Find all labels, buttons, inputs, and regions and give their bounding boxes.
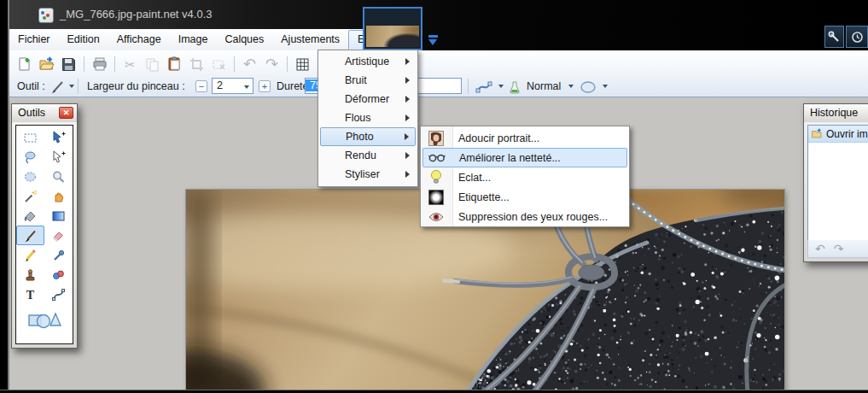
paste-button[interactable]	[165, 55, 184, 74]
menu-item-label: Artistique	[345, 56, 389, 67]
tool-shapes[interactable]	[16, 304, 73, 333]
blend-mode-dropdown-arrow[interactable]	[568, 85, 574, 88]
effects-item-flous[interactable]: Flous	[320, 109, 416, 127]
crop-button[interactable]	[187, 55, 207, 74]
menu-edition[interactable]: Edition	[59, 30, 108, 50]
submenu-arrow-icon	[405, 58, 410, 65]
tool-label: Outil :	[17, 75, 45, 97]
tool-zoom[interactable]	[44, 167, 73, 186]
copy-button[interactable]	[143, 55, 162, 74]
svg-text:T: T	[26, 289, 35, 302]
undo-icon: ↶	[243, 56, 256, 72]
history-footer: ↶ ↷	[807, 240, 868, 258]
tools-palette-titlebar[interactable]: Outils ✕	[12, 104, 77, 122]
history-undo-icon[interactable]: ↶	[815, 243, 825, 255]
separator	[468, 79, 469, 94]
blend-mode-flask-icon	[508, 79, 521, 93]
tool-eraser[interactable]	[44, 226, 73, 245]
tool-pan[interactable]	[44, 186, 73, 206]
effects-item-photo[interactable]: Photo	[320, 127, 416, 146]
cut-button[interactable]: ✂	[120, 55, 140, 74]
submenu-item-adoucir-portrait[interactable]: Adoucir portrait...	[422, 128, 627, 148]
image-tab-thumbnail[interactable]	[363, 7, 422, 50]
menu-image[interactable]: Image	[170, 30, 217, 50]
brush-width-combo[interactable]: 2	[212, 78, 253, 94]
combo-arrow	[244, 85, 249, 89]
toolbar-tool-options-row: Outil : Largeur du pinceau : − 2 + Duret…	[9, 75, 868, 97]
effects-item-artistique[interactable]: Artistique	[320, 52, 416, 71]
window-left-frame	[0, 0, 9, 393]
copy-icon	[145, 57, 160, 72]
menu-calques[interactable]: Calques	[216, 30, 272, 50]
undo-button[interactable]: ↶	[240, 55, 259, 74]
menu-item-label: Photo	[346, 131, 374, 143]
lightbulb-icon	[428, 169, 445, 186]
tools-palette-title: Outils	[18, 107, 45, 119]
tool-gradient[interactable]	[44, 206, 73, 226]
width-increase-button[interactable]: +	[259, 80, 271, 92]
redo-button[interactable]: ↷	[262, 55, 282, 74]
submenu-item-suppression-yeux-rouges[interactable]: Suppression des yeux rouges...	[422, 207, 627, 226]
menu-fichier[interactable]: Fichier	[9, 30, 59, 50]
tool-ellipse-select[interactable]	[16, 167, 44, 186]
menu-ajustements[interactable]: Ajustements	[272, 30, 348, 50]
submenu-arrow-icon	[405, 152, 410, 159]
curve-style-dropdown-arrow[interactable]	[498, 85, 504, 88]
deselect-button[interactable]	[209, 55, 229, 74]
history-palette: Historique Ouvrir im ↶ ↷	[803, 103, 868, 262]
tool-line-curve[interactable]	[44, 284, 73, 304]
save-button[interactable]	[59, 55, 79, 74]
toolbar-separator	[84, 56, 84, 72]
grid-button[interactable]	[293, 55, 312, 74]
tool-move-selection[interactable]	[44, 147, 73, 167]
effects-item-rendu[interactable]: Rendu	[320, 146, 416, 165]
settings-wrench-button[interactable]	[824, 26, 844, 48]
brush-width-label: Largeur du pinceau :	[87, 75, 185, 97]
submenu-arrow-icon	[405, 114, 410, 121]
effects-menu: Artistique Bruit Déformer Flous Photo Re…	[317, 50, 418, 187]
tool-pencil[interactable]	[16, 245, 44, 265]
tool-move-selected-pixels[interactable]	[44, 127, 73, 147]
tool-paintbrush[interactable]	[16, 226, 44, 245]
tool-rectangle-select[interactable]	[16, 127, 44, 147]
print-button[interactable]	[90, 55, 109, 74]
effects-item-deformer[interactable]: Déformer	[320, 90, 416, 109]
antialiasing-button[interactable]	[580, 79, 597, 93]
tool-lasso-select[interactable]	[16, 147, 44, 167]
history-palette-titlebar[interactable]: Historique	[804, 104, 868, 122]
close-icon[interactable]: ✕	[59, 107, 73, 119]
antialiasing-dropdown-arrow[interactable]	[603, 85, 608, 88]
tool-paint-bucket[interactable]	[16, 206, 44, 226]
image-list-chevron-icon[interactable]	[428, 35, 439, 46]
new-file-button[interactable]	[15, 55, 34, 74]
effects-item-bruit[interactable]: Bruit	[320, 71, 416, 90]
current-tool-brush-icon[interactable]	[50, 79, 65, 93]
clock-button[interactable]	[846, 26, 868, 48]
image-thumbnail	[366, 26, 419, 47]
effects-item-styliser[interactable]: Styliser	[320, 165, 416, 184]
open-file-button[interactable]	[37, 55, 56, 74]
menu-item-label: Flous	[345, 112, 371, 124]
tool-clone-stamp[interactable]	[16, 265, 44, 284]
vignette-icon	[428, 189, 445, 206]
width-decrease-button[interactable]: −	[195, 80, 207, 92]
submenu-item-etiquette[interactable]: Etiquette...	[422, 187, 627, 207]
submenu-arrow-icon	[405, 171, 410, 178]
brush-width-value: 2	[213, 79, 223, 91]
curve-style-button[interactable]	[475, 79, 493, 93]
tool-color-picker[interactable]	[44, 245, 73, 265]
history-item-label: Ouvrir im	[826, 128, 868, 140]
menu-affichage[interactable]: Affichage	[108, 30, 170, 50]
submenu-item-ameliorer-la-nettete[interactable]: Améliorer la netteté...	[422, 148, 627, 167]
tool-magic-wand[interactable]	[16, 186, 44, 206]
tool-text[interactable]: T	[16, 284, 44, 304]
tool-dropdown-arrow[interactable]	[69, 85, 74, 88]
crop-icon	[189, 57, 204, 72]
blend-mode-value[interactable]: Normal	[527, 75, 561, 97]
submenu-item-eclat[interactable]: Eclat...	[422, 167, 627, 187]
portrait-icon	[428, 130, 445, 147]
tool-recolor[interactable]	[44, 265, 73, 284]
history-redo-icon[interactable]: ↷	[834, 243, 844, 255]
toolbar: ✂ ↶ ↷ Outil :	[9, 50, 868, 97]
history-item-open-image[interactable]: Ouvrir im	[808, 126, 868, 143]
